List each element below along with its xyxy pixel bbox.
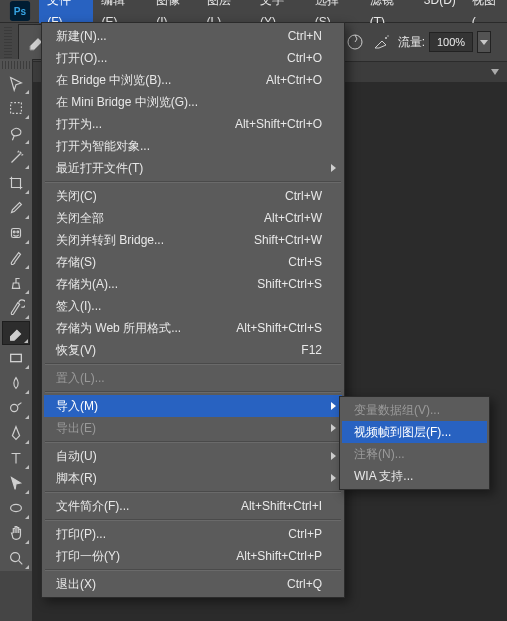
flyout-indicator-icon: [25, 190, 29, 194]
flyout-indicator-icon: [25, 265, 29, 269]
flyout-indicator-icon: [25, 565, 29, 569]
menu-item[interactable]: 打印一份(Y)Alt+Shift+Ctrl+P: [44, 545, 342, 567]
menu-item-label: 在 Mini Bridge 中浏览(G)...: [56, 94, 322, 111]
hand-tool[interactable]: [2, 521, 30, 545]
svg-point-4: [387, 35, 388, 36]
dodge-tool[interactable]: [2, 396, 30, 420]
ellipse-tool[interactable]: [2, 496, 30, 520]
submenu-arrow-icon: [331, 452, 336, 460]
menu-item[interactable]: 退出(X)Ctrl+Q: [44, 573, 342, 595]
submenu-item-label: WIA 支持...: [354, 468, 467, 485]
submenu-arrow-icon: [331, 474, 336, 482]
flyout-indicator-icon: [25, 365, 29, 369]
flyout-indicator-icon: [25, 290, 29, 294]
menu-item[interactable]: 自动(U): [44, 445, 342, 467]
import-submenu: 变量数据组(V)...视频帧到图层(F)...注释(N)...WIA 支持...: [339, 396, 490, 490]
menu-separator: [45, 363, 341, 365]
move-tool[interactable]: [2, 71, 30, 95]
zoom-tool[interactable]: [2, 546, 30, 570]
menu-item[interactable]: 打开为...Alt+Shift+Ctrl+O: [44, 113, 342, 135]
menu-item-label: 在 Bridge 中浏览(B)...: [56, 72, 266, 89]
menu-item[interactable]: 最近打开文件(T): [44, 157, 342, 179]
flyout-indicator-icon: [25, 115, 29, 119]
path-selection-tool[interactable]: [2, 471, 30, 495]
menu-item-label: 脚本(R): [56, 470, 322, 487]
menu-item[interactable]: 新建(N)...Ctrl+N: [44, 25, 342, 47]
menu-item[interactable]: 存储为 Web 所用格式...Alt+Shift+Ctrl+S: [44, 317, 342, 339]
airbrush-icon[interactable]: [372, 33, 390, 51]
menu-item[interactable]: 存储(S)Ctrl+S: [44, 251, 342, 273]
menu-item-label: 打开为智能对象...: [56, 138, 322, 155]
flow-value[interactable]: 100%: [429, 32, 473, 52]
menu-item[interactable]: 导入(M): [44, 395, 342, 417]
menu-item-label: 置入(L)...: [56, 370, 322, 387]
menu-item[interactable]: 存储为(A)...Shift+Ctrl+S: [44, 273, 342, 295]
menu-item-label: 存储(S): [56, 254, 288, 271]
submenu-item[interactable]: 视频帧到图层(F)...: [342, 421, 487, 443]
flyout-indicator-icon: [25, 390, 29, 394]
menu-item[interactable]: 打印(P)...Ctrl+P: [44, 523, 342, 545]
toolbox-grip-icon: [2, 61, 30, 69]
flyout-indicator-icon: [24, 339, 28, 343]
flyout-indicator-icon: [25, 515, 29, 519]
submenu-item-label: 变量数据组(V)...: [354, 402, 467, 419]
menu-item[interactable]: 打开(O)...Ctrl+O: [44, 47, 342, 69]
menu-item-label: 最近打开文件(T): [56, 160, 322, 177]
flyout-indicator-icon: [25, 415, 29, 419]
menu-item-shortcut: Alt+Shift+Ctrl+I: [241, 499, 322, 513]
menu-item[interactable]: 在 Mini Bridge 中浏览(G)...: [44, 91, 342, 113]
menu-item[interactable]: 打开为智能对象...: [44, 135, 342, 157]
menu-item[interactable]: 签入(I)...: [44, 295, 342, 317]
clone-stamp-tool[interactable]: [2, 271, 30, 295]
menu-item[interactable]: 关闭并转到 Bridge...Shift+Ctrl+W: [44, 229, 342, 251]
submenu-arrow-icon: [331, 424, 336, 432]
menu-separator: [45, 181, 341, 183]
menu-item-label: 恢复(V): [56, 342, 301, 359]
submenu-item: 变量数据组(V)...: [342, 399, 487, 421]
svg-rect-5: [11, 103, 22, 114]
marquee-tool[interactable]: [2, 96, 30, 120]
lasso-tool[interactable]: [2, 121, 30, 145]
menu-item[interactable]: 脚本(R): [44, 467, 342, 489]
svg-point-12: [11, 504, 22, 511]
blur-tool[interactable]: [2, 371, 30, 395]
healing-brush-tool[interactable]: [2, 221, 30, 245]
menu-item-label: 打印(P)...: [56, 526, 288, 543]
crop-tool[interactable]: [2, 171, 30, 195]
menu-item[interactable]: 在 Bridge 中浏览(B)...Alt+Ctrl+O: [44, 69, 342, 91]
svg-point-3: [385, 37, 387, 39]
pressure-opacity-icon[interactable]: [346, 33, 364, 51]
flow-field: 流量: 100%: [398, 31, 491, 53]
svg-text:Ps: Ps: [13, 6, 26, 17]
flyout-indicator-icon: [25, 165, 29, 169]
ps-logo-icon: Ps: [0, 0, 39, 22]
menu-item[interactable]: 关闭(C)Ctrl+W: [44, 185, 342, 207]
menu-item[interactable]: 文件简介(F)...Alt+Shift+Ctrl+I: [44, 495, 342, 517]
menu-item-shortcut: Alt+Shift+Ctrl+O: [235, 117, 322, 131]
menu-item: 导出(E): [44, 417, 342, 439]
history-brush-tool[interactable]: [2, 296, 30, 320]
menu-item-label: 新建(N)...: [56, 28, 288, 45]
eraser-tool[interactable]: [2, 321, 30, 345]
magic-wand-tool[interactable]: [2, 146, 30, 170]
flow-dropdown-button[interactable]: [477, 31, 491, 53]
submenu-item-label: 注释(N)...: [354, 446, 467, 463]
menu-item-label: 打印一份(Y): [56, 548, 236, 565]
menu-separator: [45, 491, 341, 493]
tabstrip-overflow-button[interactable]: [487, 64, 503, 80]
menu-item-shortcut: Alt+Shift+Ctrl+P: [236, 549, 322, 563]
gradient-tool[interactable]: [2, 346, 30, 370]
svg-point-7: [13, 231, 15, 233]
menu-separator: [45, 391, 341, 393]
type-tool[interactable]: [2, 446, 30, 470]
eyedropper-tool[interactable]: [2, 196, 30, 220]
submenu-item-label: 视频帧到图层(F)...: [354, 424, 467, 441]
pen-tool[interactable]: [2, 421, 30, 445]
submenu-item[interactable]: WIA 支持...: [342, 465, 487, 487]
menu-item[interactable]: 恢复(V)F12: [44, 339, 342, 361]
menu-item-shortcut: Ctrl+N: [288, 29, 322, 43]
flyout-indicator-icon: [25, 215, 29, 219]
menu-item[interactable]: 关闭全部Alt+Ctrl+W: [44, 207, 342, 229]
brush-tool[interactable]: [2, 246, 30, 270]
toolbox: [0, 59, 33, 571]
